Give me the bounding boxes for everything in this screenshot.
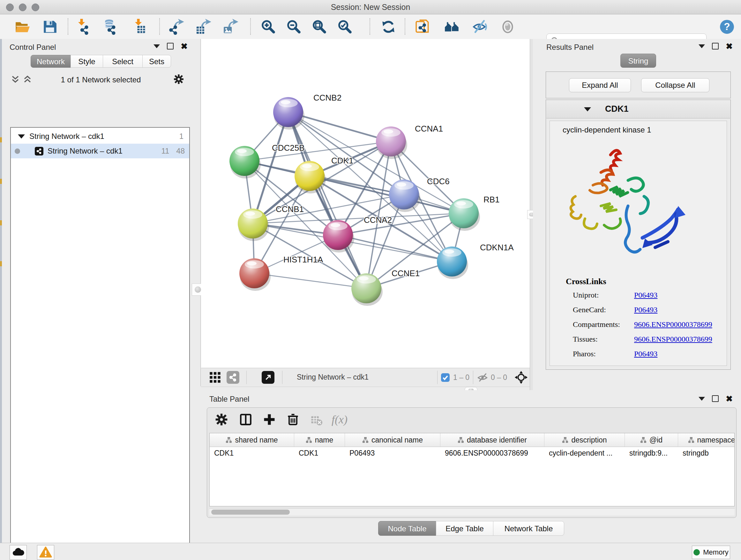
selected-checkbox[interactable] <box>441 373 450 382</box>
show-columns-button[interactable] <box>237 411 255 428</box>
string-home-button[interactable] <box>443 18 461 36</box>
network-edge[interactable] <box>338 235 452 261</box>
import-network-database-button[interactable] <box>101 18 119 36</box>
expand-all-button[interactable]: Expand All <box>569 78 631 92</box>
table-row[interactable]: CDK1CDK1P064939606.ENSP00000378699cyclin… <box>210 447 734 459</box>
tab-network[interactable]: Network <box>30 55 71 68</box>
string-network-icon <box>35 147 44 155</box>
column-header--id[interactable]: @id <box>625 433 678 447</box>
table-hscroll-thumb[interactable] <box>211 509 290 515</box>
table-cell[interactable]: cyclin-dependent ... <box>544 447 625 459</box>
network-node-CDK1[interactable] <box>294 161 326 193</box>
cloud-status-button[interactable] <box>10 545 27 560</box>
network-node-CCNA2[interactable] <box>323 220 354 253</box>
network-options-button[interactable] <box>173 73 185 86</box>
network-node-CDC25B[interactable] <box>229 146 261 179</box>
chevrons-down-icon <box>11 75 20 84</box>
network-node-CDKN1A[interactable] <box>437 246 468 279</box>
network-node-HIST1H1A[interactable] <box>239 258 271 291</box>
zoom-fit-button[interactable] <box>311 18 328 36</box>
tab-edge-table[interactable]: Edge Table <box>436 521 493 536</box>
gene-collapse-icon[interactable] <box>584 107 591 111</box>
control-panel-close-icon[interactable]: ✖ <box>181 43 188 50</box>
network-row[interactable]: String Network – cdk1 11 48 <box>11 144 189 159</box>
collapse-all-networks-button[interactable] <box>23 75 32 85</box>
network-collection-row[interactable]: String Network – cdk1 1 <box>11 129 189 144</box>
table-cell[interactable]: stringdb:9... <box>625 447 678 459</box>
network-node-CCNB2[interactable] <box>273 97 305 130</box>
selected-counts: 1 – 0 <box>453 373 469 382</box>
netbar-separator <box>246 371 247 384</box>
column-header-name[interactable]: name <box>294 433 345 447</box>
export-network-button[interactable] <box>167 18 185 36</box>
refresh-button[interactable] <box>380 18 397 36</box>
column-header-shared-name[interactable]: shared name <box>210 433 294 447</box>
table-panel-float-icon[interactable] <box>712 395 719 402</box>
crosslink-row: Tissues:9606.ENSP00000378699 <box>573 335 712 348</box>
warnings-button[interactable] <box>37 545 54 560</box>
control-panel-menu-icon[interactable] <box>153 44 160 48</box>
network-node-RB1[interactable] <box>449 198 480 231</box>
crosslink-label: Tissues: <box>573 335 634 348</box>
help-button[interactable]: ? <box>718 18 736 36</box>
expand-all-networks-button[interactable] <box>11 75 20 85</box>
tab-sets[interactable]: Sets <box>142 55 171 68</box>
crosslink-link[interactable]: P06493 <box>634 306 657 318</box>
tab-style[interactable]: Style <box>71 55 103 68</box>
toolbar-separator <box>405 18 405 35</box>
import-network-file-button[interactable] <box>74 18 91 36</box>
hide-panel-button[interactable] <box>471 18 489 36</box>
column-header-canonical-name[interactable]: canonical name <box>345 433 441 447</box>
crosslink-link[interactable]: 9606.ENSP00000378699 <box>634 320 712 333</box>
import-table-file-button[interactable] <box>131 18 148 36</box>
table-options-button[interactable] <box>212 411 230 428</box>
network-node-CCNE1[interactable] <box>351 273 383 306</box>
open-in-window-button[interactable] <box>262 371 274 384</box>
crosslink-link[interactable]: 9606.ENSP00000378699 <box>634 335 712 348</box>
open-session-button[interactable] <box>13 18 31 36</box>
memory-button[interactable]: Memory <box>692 546 730 559</box>
network-canvas[interactable]: CCNB2CCNA1CDC25BCDK1CDC6RB1CCNB1CCNA2CDK… <box>201 39 530 368</box>
gene-section-header[interactable]: CDK1 <box>546 100 730 118</box>
table-hscrollbar[interactable] <box>209 508 735 516</box>
crosslink-link[interactable]: P06493 <box>634 291 657 304</box>
zoom-selected-button[interactable] <box>336 18 354 36</box>
crosslink-link[interactable]: P06493 <box>634 350 657 362</box>
table-cell[interactable]: P06493 <box>345 447 441 459</box>
birds-eye-view-button[interactable] <box>209 371 221 385</box>
tab-node-table[interactable]: Node Table <box>378 521 436 536</box>
zoom-in-button[interactable] <box>259 18 277 36</box>
save-session-button[interactable] <box>41 18 59 36</box>
show-details-button[interactable] <box>499 18 517 36</box>
table-cell[interactable]: CDK1 <box>210 447 294 459</box>
control-panel-float-icon[interactable] <box>167 43 174 50</box>
table-cell[interactable]: 9606.ENSP00000378699 <box>441 447 544 459</box>
network-node-CCNA1[interactable] <box>376 126 407 159</box>
annotations-button[interactable] <box>414 18 432 36</box>
table-cell[interactable]: stringdb <box>678 447 735 459</box>
app-window: Session: New Session <box>0 0 741 560</box>
tab-string[interactable]: String <box>620 54 656 68</box>
pan-mode-button[interactable] <box>515 371 528 385</box>
delete-column-button[interactable] <box>284 411 302 428</box>
tab-network-table[interactable]: Network Table <box>493 521 564 536</box>
network-edge[interactable] <box>254 273 366 288</box>
column-header-namespace[interactable]: namespace <box>678 433 735 447</box>
collapse-all-button[interactable]: Collapse All <box>641 78 710 92</box>
table-cell[interactable]: CDK1 <box>294 447 345 459</box>
export-image-button[interactable] <box>221 18 239 36</box>
zoom-out-button[interactable] <box>285 18 303 36</box>
table-panel-close-icon[interactable]: ✖ <box>726 395 733 402</box>
export-table-button[interactable] <box>194 18 212 36</box>
string-panel-toggle-button[interactable] <box>226 371 239 384</box>
collection-expand-icon[interactable] <box>18 134 25 138</box>
tab-select[interactable]: Select <box>103 55 143 68</box>
results-panel-float-icon[interactable] <box>712 43 719 50</box>
table-panel-menu-icon[interactable] <box>698 397 705 401</box>
column-header-database-identifier[interactable]: database identifier <box>441 433 544 447</box>
results-panel-menu-icon[interactable] <box>698 44 705 48</box>
results-panel-close-icon[interactable]: ✖ <box>726 43 733 50</box>
create-column-button[interactable] <box>260 411 278 428</box>
column-header-description[interactable]: description <box>544 433 625 447</box>
network-node-CDC6[interactable] <box>389 179 420 212</box>
